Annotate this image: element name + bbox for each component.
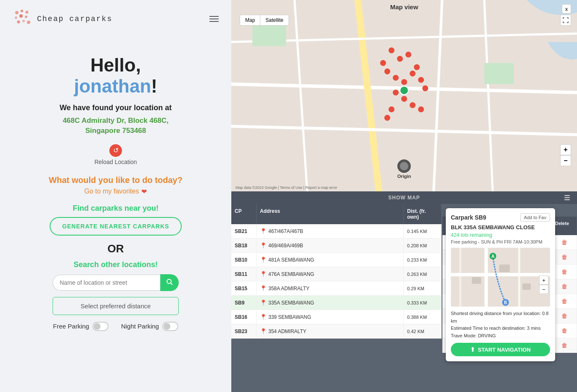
svg-point-0 xyxy=(15,11,19,14)
delete-icon[interactable]: 🗑 xyxy=(561,313,567,319)
svg-point-1 xyxy=(21,10,23,12)
svg-point-33 xyxy=(401,96,407,102)
svg-point-22 xyxy=(397,56,403,62)
bottom-hamburger-icon[interactable]: ☰ xyxy=(564,194,570,202)
search-input[interactable] xyxy=(53,275,160,291)
origin-inner xyxy=(400,162,408,170)
svg-rect-20 xyxy=(484,63,513,84)
location-pin-icon: 📍 xyxy=(260,299,267,306)
favorites-text: Go to my favorites xyxy=(85,188,139,195)
shortest-dist-text: Shortest driving distance from your loca… xyxy=(451,310,550,325)
start-nav-label: START NAVIGATION xyxy=(478,347,531,353)
zoom-in-button[interactable]: + xyxy=(560,144,571,155)
map-fullscreen-button[interactable] xyxy=(560,15,571,26)
night-parking-toggle[interactable] xyxy=(162,322,178,331)
svg-point-6 xyxy=(17,21,20,24)
svg-point-23 xyxy=(405,52,411,58)
delete-icon[interactable]: 🗑 xyxy=(561,283,567,290)
svg-rect-43 xyxy=(459,248,461,307)
distance-button[interactable]: Select preferred distance xyxy=(53,297,179,315)
delete-icon[interactable]: 🗑 xyxy=(561,239,567,246)
td-distance: 0.333 KM xyxy=(404,297,442,309)
svg-point-9 xyxy=(167,279,171,283)
mini-zoom-in-button[interactable]: + xyxy=(539,275,548,285)
logo-icon xyxy=(13,8,34,29)
location-pin-icon: 📍 xyxy=(260,257,267,263)
map-controls: Map Satellite xyxy=(240,15,289,26)
card-map-controls: + − xyxy=(539,275,548,294)
svg-point-36 xyxy=(418,106,424,112)
heart-icon: ❤ xyxy=(141,188,147,196)
table-row[interactable]: SB23 📍 354 ADMIRALTY 0.42 KM xyxy=(231,324,442,339)
map-attribution: Map data ©2023 Google | Terms of Use | R… xyxy=(236,185,337,190)
satellite-button[interactable]: Satellite xyxy=(260,15,289,26)
td-address: 📍 354 ADMIRALTY xyxy=(257,324,404,338)
svg-point-3 xyxy=(15,16,17,19)
reload-section: ↺ Reload Location xyxy=(94,144,137,165)
td-cp: SB9 xyxy=(231,296,257,310)
map-button[interactable]: Map xyxy=(240,15,260,26)
carpark-detail-card: Carpark SB9 Add to Fav BLK 335A SEMBAWAN… xyxy=(446,208,555,361)
svg-point-28 xyxy=(401,79,407,85)
right-panel: Map view x Map Satellite xyxy=(231,0,577,392)
bottom-section: SHOW MAP ☰ CP Address Dist. (fr. own) SB… xyxy=(231,191,577,392)
svg-point-8 xyxy=(27,21,30,24)
svg-point-5 xyxy=(25,16,27,18)
svg-point-2 xyxy=(26,11,29,14)
show-map-bar[interactable]: SHOW MAP ☰ xyxy=(231,191,577,204)
carpark-mini-map: A B + − xyxy=(451,248,550,307)
svg-text:A: A xyxy=(491,254,494,259)
greeting-section: Hello, jonathan! We have found your loca… xyxy=(43,55,189,136)
delete-icon[interactable]: 🗑 xyxy=(561,268,567,275)
svg-rect-49 xyxy=(472,277,481,284)
username-text: jonathan xyxy=(74,76,151,96)
svg-text:B: B xyxy=(504,300,507,305)
table-row[interactable]: SB18 📍 469/469A/469B 0.208 KM xyxy=(231,238,442,253)
add-to-favorites-button[interactable]: Add to Fav xyxy=(520,213,550,222)
free-parking-toggle[interactable] xyxy=(93,322,109,331)
table-rows: SB21 📍 467/467A/467B 0.145 KM SB18 📍 469… xyxy=(231,224,442,339)
td-distance: 0.233 KM xyxy=(404,254,442,266)
svg-point-32 xyxy=(393,90,399,95)
map-close-button[interactable]: x xyxy=(562,4,571,13)
td-address: 📍 358A ADMIRALTY xyxy=(257,281,404,295)
td-address: 📍 481A SEMBAWANG xyxy=(257,253,404,267)
search-button[interactable] xyxy=(160,274,179,291)
zoom-out-button[interactable]: − xyxy=(560,155,571,166)
td-distance: 0.42 KM xyxy=(404,325,442,338)
svg-rect-48 xyxy=(499,265,510,272)
what-todo-text: What would you like to do today? xyxy=(49,175,183,185)
td-address: 📍 335A SEMBAWANG xyxy=(257,296,404,310)
svg-point-30 xyxy=(418,77,424,83)
table-row[interactable]: SB10 📍 481A SEMBAWANG 0.233 KM xyxy=(231,253,442,267)
reload-button[interactable]: ↺ xyxy=(109,144,122,157)
start-navigation-button[interactable]: ⬆ START NAVIGATION xyxy=(451,343,550,356)
delete-icon[interactable]: 🗑 xyxy=(561,327,567,334)
td-cp: SB15 xyxy=(231,282,257,295)
td-distance: 0.29 KM xyxy=(404,282,442,295)
th-distance: Dist. (fr. own) xyxy=(404,204,442,224)
td-distance: 0.263 KM xyxy=(404,268,442,281)
svg-point-29 xyxy=(410,71,416,77)
td-address: 📍 476A SEMBAWANG xyxy=(257,267,404,281)
table-row[interactable]: SB15 📍 358A ADMIRALTY 0.29 KM xyxy=(231,281,442,296)
mini-zoom-out-button[interactable]: − xyxy=(539,285,548,294)
right-detail-area: Carpark SB9 Add to Fav BLK 335A SEMBAWAN… xyxy=(442,204,577,392)
menu-line-1 xyxy=(209,16,219,17)
travel-mode-text: Trave Mode: DRVING xyxy=(451,332,550,340)
delete-icon[interactable]: 🗑 xyxy=(561,254,567,260)
hamburger-menu[interactable] xyxy=(209,16,219,22)
table-row[interactable]: SB9 📍 335A SEMBAWANG 0.333 KM xyxy=(231,296,442,310)
generate-nearest-carparks-button[interactable]: GENERATE NEAREST CARPARKS xyxy=(50,217,182,236)
show-map-text: SHOW MAP xyxy=(388,195,420,201)
table-row[interactable]: SB11 📍 476A SEMBAWANG 0.263 KM xyxy=(231,267,442,281)
delete-icon[interactable]: 🗑 xyxy=(561,298,567,305)
delete-icon[interactable]: 🗑 xyxy=(561,342,567,349)
location-pin-icon: 📍 xyxy=(260,285,267,291)
night-parking-toggle-item: Night Parking xyxy=(121,322,178,331)
favorites-link[interactable]: Go to my favorites ❤ xyxy=(85,188,147,196)
search-other-text: Search other locations! xyxy=(74,260,158,269)
address-line1: 468C Admiralty Dr, Block 468C, xyxy=(63,117,169,124)
table-row[interactable]: SB21 📍 467/467A/467B 0.145 KM xyxy=(231,224,442,238)
table-row[interactable]: SB16 📍 339 SEMBAWANG 0.388 KM xyxy=(231,310,442,324)
